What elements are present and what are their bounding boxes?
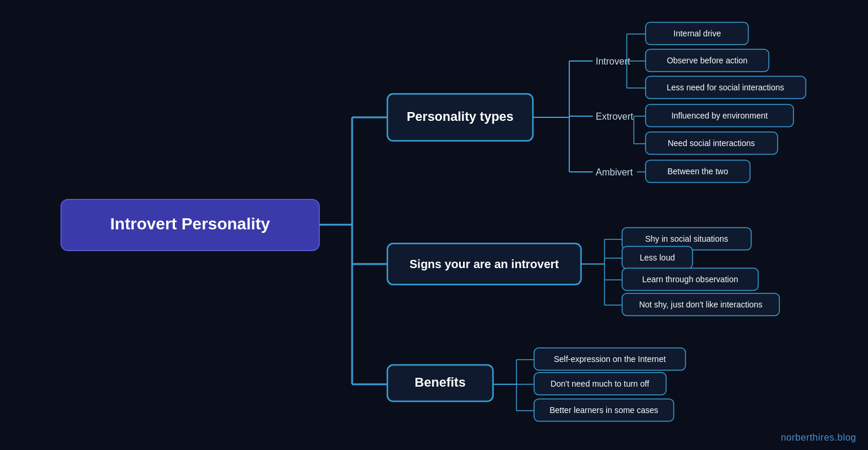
svg-text:Signs your are an introvert: Signs your are an introvert bbox=[410, 258, 559, 270]
svg-text:Introvert Personality: Introvert Personality bbox=[110, 215, 271, 233]
svg-text:Don't need much to turn off: Don't need much to turn off bbox=[550, 379, 649, 388]
svg-text:Personality types: Personality types bbox=[407, 109, 514, 124]
svg-text:Between the two: Between the two bbox=[667, 167, 728, 176]
svg-text:Internal drive: Internal drive bbox=[674, 29, 721, 38]
svg-text:Extrovert: Extrovert bbox=[596, 111, 634, 121]
svg-text:Influenced by environment: Influenced by environment bbox=[671, 111, 768, 120]
svg-text:Less need for social interacti: Less need for social interactions bbox=[667, 83, 784, 92]
svg-text:Benefits: Benefits bbox=[415, 375, 466, 390]
svg-text:Observe before action: Observe before action bbox=[667, 56, 748, 65]
svg-text:Better learners in some cases: Better learners in some cases bbox=[549, 405, 658, 415]
svg-text:Less loud: Less loud bbox=[640, 253, 675, 262]
svg-text:Not shy, just don't like inter: Not shy, just don't like interactions bbox=[639, 300, 762, 309]
svg-text:Shy in social situations: Shy in social situations bbox=[645, 234, 728, 243]
watermark: norberthires.blog bbox=[781, 432, 856, 443]
svg-text:Learn through observation: Learn through observation bbox=[642, 275, 738, 284]
svg-text:Need social interactions: Need social interactions bbox=[668, 138, 755, 148]
svg-text:Introvert: Introvert bbox=[596, 56, 630, 66]
svg-text:Ambivert: Ambivert bbox=[596, 167, 633, 177]
svg-text:Self-expression on the Interne: Self-expression on the Internet bbox=[554, 354, 666, 364]
